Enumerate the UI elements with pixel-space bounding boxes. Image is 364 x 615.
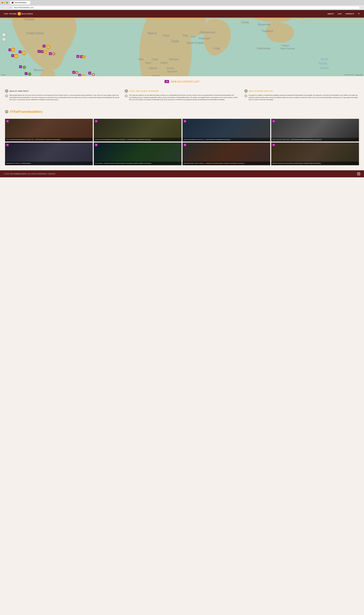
svg-text:Egypt: Egypt: [171, 39, 179, 43]
map-footer-google: Google: [1, 74, 5, 76]
photo-item-30[interactable]: 30 @demon_frameworks and their great lug…: [271, 143, 359, 165]
photo-item-24[interactable]: 24 Custom frame builder @bilenkycyclewor…: [94, 119, 182, 142]
info-col-quality-header: 16 QUALITY AND CRAFT: [5, 89, 120, 93]
svg-text:Myanmar: Myanmar: [258, 23, 271, 26]
info-col-database-header: 18 LOCAL AND GLOBAL DATABASE: [125, 89, 239, 93]
url-bar[interactable]: https://theframebuilders.com/: [13, 6, 359, 9]
map-badge-7[interactable]: 7: [25, 72, 27, 75]
svg-text:Indonesia: Indonesia: [257, 47, 270, 50]
minimize-dot[interactable]: [4, 2, 6, 3]
back-button[interactable]: ←: [1, 6, 4, 9]
map-container[interactable]: Greenland Canada United States Mexico Br…: [0, 18, 364, 76]
nav-search[interactable]: 🔍: [358, 13, 360, 15]
info-col-quality: 16 QUALITY AND CRAFT 17 Many people beli…: [5, 89, 122, 101]
map-badge-7g[interactable]: 7: [28, 72, 31, 76]
map-badge-5[interactable]: 5: [19, 51, 21, 53]
site-header: THE FRAME F BUILDERS ABOUT LIST CONTACT …: [0, 10, 364, 18]
nav-list[interactable]: LIST: [338, 13, 342, 15]
map-badge-66[interactable]: 66: [46, 45, 51, 49]
close-dot[interactable]: [1, 2, 3, 3]
logo-icon: F: [18, 12, 21, 15]
site-logo[interactable]: THE FRAME F BUILDERS: [4, 12, 33, 15]
photo-badge-24: 24: [95, 120, 98, 123]
photo-badge-26: 26: [272, 120, 275, 123]
maximize-dot[interactable]: [6, 2, 8, 3]
map-badge-8[interactable]: 8: [38, 50, 40, 53]
info-col-database: 18 LOCAL AND GLOBAL DATABASE 19 This map…: [122, 89, 242, 101]
info-num-19: 19: [125, 94, 128, 97]
svg-text:India: India: [214, 47, 220, 50]
svg-text:Ocean: Ocean: [320, 66, 329, 70]
svg-text:United States: United States: [26, 31, 44, 35]
info-title-database: LOCAL AND GLOBAL DATABASE: [129, 90, 159, 92]
browser-traffic-lights: [1, 2, 8, 3]
map-badge-10it[interactable]: 10: [49, 52, 52, 55]
info-body-quality: 17 Many people believe the only way to f…: [5, 94, 120, 101]
map-badge-10so[interactable]: 10: [44, 50, 47, 54]
photo-item-29[interactable]: 29 Handcrafted bicycles, made in Yorkshi…: [182, 143, 270, 165]
svg-text:Pacific: Pacific: [318, 62, 327, 65]
info-col-grow: 20 HELP US GROW THIS LIST! 21 Our goal i…: [242, 89, 359, 101]
map-badge-14[interactable]: 14: [88, 72, 91, 75]
photo-caption-25: Today @waterfordbikes from Wisconsin 🚲 #…: [182, 138, 270, 142]
info-body-database: 19 This map was created to not only allo…: [125, 94, 239, 101]
photo-item-26[interactable]: 26 @tomii_cycles from Austin, Texas 🚲 #t…: [271, 119, 359, 142]
nav-contact[interactable]: CONTACT: [345, 13, 354, 15]
map-badge-1[interactable]: 1: [2, 33, 6, 36]
map-badge-2g[interactable]: 2: [23, 66, 26, 69]
country-list-link[interactable]: VIEW AS COUNTRY LIST: [170, 80, 199, 83]
info-num-17: 17: [5, 94, 8, 97]
photo-caption-28: From Australia! 🚲 @devlincustomcycles #t…: [94, 162, 182, 165]
photo-item-28[interactable]: 28 From Australia! 🚲 @devlincustomcycles…: [94, 143, 182, 165]
browser-tab[interactable]: TheFramebuilders: [10, 1, 30, 4]
map-badge-9[interactable]: 9: [43, 45, 45, 47]
svg-text:Mexico: Mexico: [34, 68, 43, 72]
hashtag-header: 22 #TheFramebuilders: [5, 110, 359, 114]
map-badge-6[interactable]: 6: [19, 65, 22, 68]
forward-button[interactable]: →: [5, 6, 8, 9]
nav-about[interactable]: ABOUT: [327, 13, 334, 15]
tab-favicon: [12, 2, 13, 3]
info-text-quality: Many people believe the only way to find…: [9, 94, 120, 101]
svg-text:Nigeria: Nigeria: [149, 66, 157, 69]
map-footer-data: Map data ©2018 Terms of Use: [345, 74, 363, 76]
svg-text:Thailand: Thailand: [261, 29, 273, 33]
map-badge-56[interactable]: 56: [14, 54, 18, 58]
svg-text:Ethiopia: Ethiopia: [169, 58, 179, 61]
photo-caption-27: @gallusdude from Denver CA, #theframebui…: [5, 162, 93, 165]
photo-item-27[interactable]: 27 @gallusdude from Denver CA, #theframe…: [5, 143, 93, 165]
refresh-button[interactable]: ↺: [9, 6, 12, 9]
map-badge-special-it[interactable]: ✦: [52, 52, 55, 55]
map-badge-special-nz[interactable]: ⊕: [92, 73, 95, 76]
map-badge-4[interactable]: 4: [11, 54, 14, 57]
map-badge-12au[interactable]: 12: [72, 71, 75, 74]
tab-title: TheFramebuilders: [14, 2, 26, 3]
photo-item-25[interactable]: 25 Today @waterfordbikes from Wisconsin …: [182, 119, 270, 142]
photo-badge-28: 28: [95, 144, 98, 146]
map-badge-10eu[interactable]: 10: [41, 50, 43, 53]
browser-menu-button[interactable]: ⋮: [361, 6, 363, 9]
photo-item-23[interactable]: 23 This is framebuilder @pedalinobikes f…: [5, 119, 93, 142]
info-columns: 16 QUALITY AND CRAFT 17 Many people beli…: [0, 87, 364, 106]
svg-text:Kenya: Kenya: [167, 66, 174, 69]
svg-rect-75: [358, 173, 359, 175]
map-badge-2[interactable]: 2: [2, 38, 6, 41]
hashtag-section: 22 #TheFramebuilders: [0, 106, 364, 119]
map-badge-68[interactable]: 68: [22, 51, 26, 55]
map-badge-special-au[interactable]: ⊕: [76, 71, 78, 74]
terms-link[interactable]: Terms of Use: [355, 74, 363, 76]
photo-badge-30: 30: [272, 144, 275, 146]
map-badge-oa[interactable]: [82, 55, 86, 59]
svg-text:Angola: Angola: [152, 74, 160, 76]
svg-text:Niger: Niger: [145, 61, 151, 64]
footer-instagram-icon[interactable]: [357, 172, 360, 175]
svg-text:Iraq: Iraq: [182, 34, 188, 37]
content-wrapper: 15 VIEW AS COUNTRY LIST 16 QUALITY AND C…: [0, 76, 364, 170]
map-badge-39[interactable]: 39: [11, 47, 15, 52]
country-list-section: 15 VIEW AS COUNTRY LIST: [0, 76, 364, 87]
hashtag-title: #TheFramebuilders: [10, 110, 42, 114]
photo-caption-24: Custom frame builder @bilenkycycleworks …: [94, 138, 182, 142]
map-badge-13[interactable]: 13: [78, 74, 81, 76]
map-badge-11[interactable]: 11: [77, 55, 79, 58]
photo-caption-29: Handcrafted bicycles, made in Yorkshire.…: [182, 162, 270, 165]
